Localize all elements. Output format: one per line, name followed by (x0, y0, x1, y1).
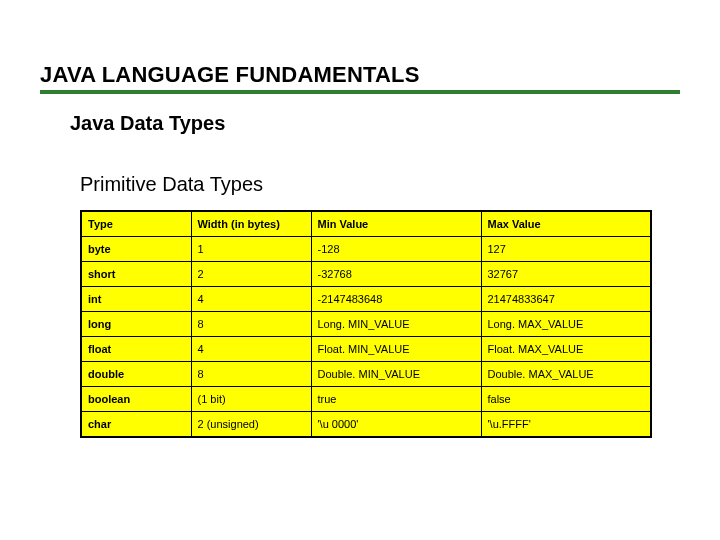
cell-max: '\u.FFFF' (481, 412, 651, 438)
col-header-width: Width (in bytes) (191, 211, 311, 237)
cell-max: Float. MAX_VALUE (481, 337, 651, 362)
section-heading: Primitive Data Types (80, 173, 720, 196)
table-row: int 4 -2147483648 21474833647 (81, 287, 651, 312)
cell-width: (1 bit) (191, 387, 311, 412)
cell-type: byte (81, 237, 191, 262)
table-row: float 4 Float. MIN_VALUE Float. MAX_VALU… (81, 337, 651, 362)
col-header-min: Min Value (311, 211, 481, 237)
table-row: long 8 Long. MIN_VALUE Long. MAX_VALUE (81, 312, 651, 337)
cell-width: 8 (191, 312, 311, 337)
cell-type: char (81, 412, 191, 438)
cell-type: boolean (81, 387, 191, 412)
table-row: char 2 (unsigned) '\u 0000' '\u.FFFF' (81, 412, 651, 438)
cell-min: -2147483648 (311, 287, 481, 312)
subtitle: Java Data Types (70, 112, 720, 135)
col-header-type: Type (81, 211, 191, 237)
cell-width: 4 (191, 337, 311, 362)
cell-min: Float. MIN_VALUE (311, 337, 481, 362)
cell-width: 2 (191, 262, 311, 287)
cell-max: 21474833647 (481, 287, 651, 312)
cell-min: true (311, 387, 481, 412)
cell-min: '\u 0000' (311, 412, 481, 438)
table-row: short 2 -32768 32767 (81, 262, 651, 287)
cell-max: false (481, 387, 651, 412)
title-block: JAVA LANGUAGE FUNDAMENTALS (40, 62, 680, 94)
cell-max: 32767 (481, 262, 651, 287)
cell-max: Long. MAX_VALUE (481, 312, 651, 337)
table-row: byte 1 -128 127 (81, 237, 651, 262)
table-row: boolean (1 bit) true false (81, 387, 651, 412)
cell-width: 1 (191, 237, 311, 262)
cell-min: -32768 (311, 262, 481, 287)
cell-type: float (81, 337, 191, 362)
col-header-max: Max Value (481, 211, 651, 237)
page-title: JAVA LANGUAGE FUNDAMENTALS (40, 62, 680, 88)
cell-width: 8 (191, 362, 311, 387)
cell-type: long (81, 312, 191, 337)
data-types-table: Type Width (in bytes) Min Value Max Valu… (80, 210, 652, 438)
cell-min: Double. MIN_VALUE (311, 362, 481, 387)
cell-type: int (81, 287, 191, 312)
slide: JAVA LANGUAGE FUNDAMENTALS Java Data Typ… (0, 62, 720, 540)
cell-min: -128 (311, 237, 481, 262)
cell-max: 127 (481, 237, 651, 262)
cell-type: short (81, 262, 191, 287)
table-row: double 8 Double. MIN_VALUE Double. MAX_V… (81, 362, 651, 387)
cell-min: Long. MIN_VALUE (311, 312, 481, 337)
cell-type: double (81, 362, 191, 387)
table-header-row: Type Width (in bytes) Min Value Max Valu… (81, 211, 651, 237)
cell-width: 4 (191, 287, 311, 312)
cell-width: 2 (unsigned) (191, 412, 311, 438)
cell-max: Double. MAX_VALUE (481, 362, 651, 387)
data-types-table-wrap: Type Width (in bytes) Min Value Max Valu… (80, 210, 650, 438)
